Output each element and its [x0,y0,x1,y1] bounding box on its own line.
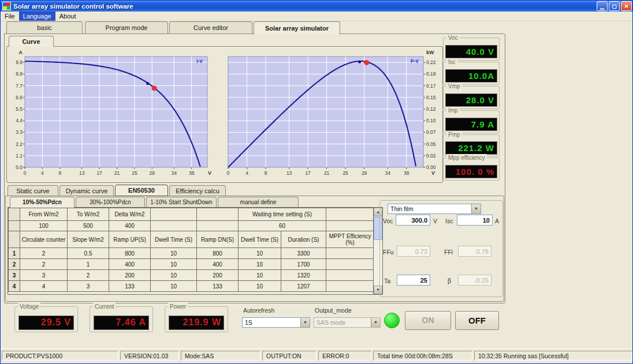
table-cell[interactable]: 10 [151,281,197,292]
col-header-delta: Delta W/m2 [109,208,151,221]
col-header-waiting-time: Waiting time setting (S) [239,208,326,221]
table-cell[interactable]: 3300 [281,248,326,259]
tab-program-mode[interactable]: Program mode [85,21,168,34]
param-ffi-label: FFi [444,249,453,256]
table-cell[interactable]: 200 [197,270,239,281]
imp-group: Imp 7.9 A [443,110,500,133]
table-cell[interactable]: 1 [68,259,109,270]
power-display: 219.9 W [169,316,224,330]
col-header-slope: Slope W/m2 [68,231,109,248]
menu-item-language[interactable]: Language [19,12,55,21]
row-number: 4 [9,281,20,292]
table-cell[interactable]: 10 [151,270,197,281]
iv-curve-chart: 048131721252934380.01.12.23.34.45.56.67.… [10,49,213,178]
svg-text:25: 25 [342,170,348,176]
table-cell[interactable]: 10 [151,248,197,259]
tab-1-10-start-shutdown[interactable]: 1-10% Start ShuntDown [146,197,217,208]
tab-solar-array-simulator[interactable]: Solar array simulator [254,21,340,35]
svg-text:0: 0 [24,170,27,176]
table-cell[interactable]: 1700 [281,259,326,270]
autorefresh-dropdown[interactable]: 1S ▼ [242,317,310,328]
autorefresh-value: 1S [245,319,252,326]
tab-basic[interactable]: basic [6,21,83,34]
table-cell[interactable]: 3 [68,281,109,292]
menu-item-file[interactable]: File [1,12,19,21]
maximize-button[interactable]: ▢ [609,1,620,11]
on-button[interactable]: ON [405,311,451,330]
isc-input[interactable] [457,215,493,226]
pmp-display: 221.2 W [445,141,497,155]
tab-efficiency-calcu[interactable]: Efficiency calcu [169,185,226,196]
voltage-display: 29.5 V [18,316,74,330]
table-cell[interactable]: 133 [109,281,151,292]
table-cell[interactable] [326,248,374,259]
power-group: Power 219.9 W [165,306,228,332]
table-cell[interactable]: 133 [197,281,239,292]
table-cell[interactable]: 800 [197,248,239,259]
from-value[interactable]: 100 [20,221,68,231]
chevron-down-icon[interactable]: ▼ [300,318,310,327]
table-cell[interactable]: 0.5 [68,248,109,259]
tab-static-curve[interactable]: Static curve [8,185,58,196]
table-row: 44313310133101207 [9,281,374,292]
table-cell[interactable]: 10 [239,248,281,259]
minimize-button[interactable]: ▁ [597,1,608,11]
pv-type-dropdown[interactable]: Thin film ▼ [388,204,481,214]
table-cell[interactable]: 4 [20,281,68,292]
tab-30-100-pdcn[interactable]: 30%-100%Pdcn [76,197,145,208]
voc-input[interactable] [396,215,430,226]
table-cell[interactable] [326,270,374,281]
table-cell[interactable]: 200 [109,270,151,281]
table-cell[interactable]: 10 [151,259,197,270]
svg-text:V: V [431,170,435,176]
chevron-down-icon[interactable]: ▼ [471,204,481,213]
beta-input[interactable] [458,275,491,286]
table-cell[interactable]: 1320 [281,270,326,281]
mpp-efficiency-group: Mpp efficiency 100. 0 % [443,157,500,181]
svg-text:21: 21 [114,170,120,176]
table-cell[interactable]: 10 [239,259,281,270]
close-button[interactable]: ✕ [621,1,632,11]
param-ta-label: Ta [384,277,390,284]
isc-label: Isc [446,58,457,66]
col-header-ramp-dn: Ramp DN(S) [197,231,239,248]
voc-group: Voc 40.0 V [443,37,500,61]
en50530-table: From W/m2 To W/m2 Delta W/m2 Waiting tim… [8,208,374,292]
tab-dynamic-curve[interactable]: Dynamic curve [59,185,114,196]
table-cell[interactable]: 1207 [281,281,326,292]
tab-curve-editor[interactable]: Curve editor [169,21,252,34]
tab-manual-define[interactable]: manual define [218,197,299,208]
menu-item-about[interactable]: About [55,12,80,21]
table-cell[interactable]: 2 [20,248,68,259]
imp-label: Imp [446,107,460,114]
output-status-indicator [384,313,400,328]
table-cell[interactable]: 10 [239,281,281,292]
col-header-from: From W/m2 [20,208,68,221]
delta-value[interactable]: 400 [109,221,151,231]
table-cell[interactable]: 400 [109,259,151,270]
row-number: 1 [9,248,20,259]
table-row: 120.580010800103300 [9,248,374,259]
tab-10-50-pdcn[interactable]: 10%-50%Pdcn [10,197,75,208]
ffu-input[interactable] [397,246,430,257]
tab-curve[interactable]: Curve [9,36,54,47]
ta-input[interactable] [397,275,430,286]
off-button[interactable]: OFF [455,311,499,330]
table-cell[interactable] [326,281,374,292]
table-cell[interactable] [326,259,374,270]
table-corner-cell [9,208,20,221]
table-cell[interactable]: 2 [68,270,109,281]
svg-text:17: 17 [96,170,102,176]
table-cell[interactable]: 10 [239,270,281,281]
to-value[interactable]: 500 [68,221,109,231]
table-cell[interactable]: 400 [197,259,239,270]
ffi-input[interactable] [458,246,491,257]
table-cell[interactable]: 2 [20,259,68,270]
tab-en50530[interactable]: EN50530 [115,185,168,196]
param-isc-label: Isc [445,217,453,224]
output-mode-dropdown[interactable]: SAS mode ▼ [314,317,381,328]
table-cell[interactable]: 800 [109,248,151,259]
waiting-time-value[interactable]: 60 [239,221,326,231]
application-window: Solar array simulator control software ▁… [0,0,633,364]
table-cell[interactable]: 3 [20,270,68,281]
